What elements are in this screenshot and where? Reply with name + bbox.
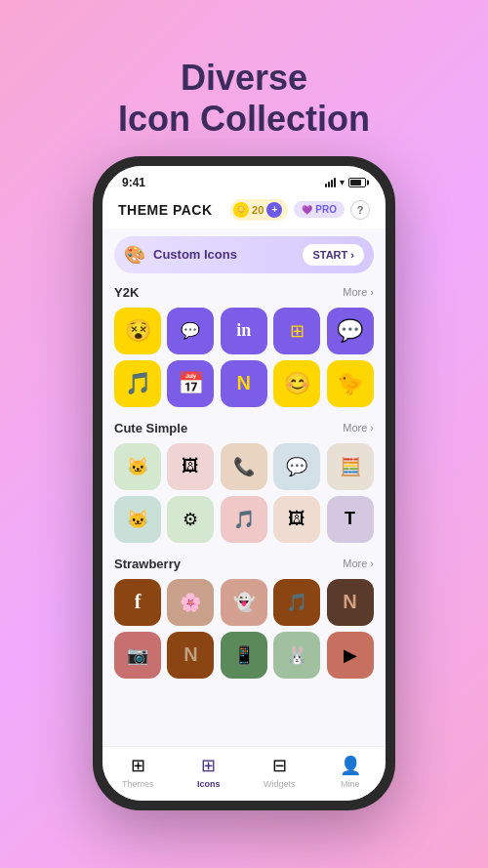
mine-icon: 👤 (340, 755, 361, 776)
phone-frame: 9:41 ▾ THEME PACK 🪙 20 + (93, 156, 395, 810)
list-item[interactable]: 😊 (273, 360, 320, 407)
strawberry-header: Strawberry More › (114, 557, 374, 571)
cute-simple-more-link[interactable]: More › (343, 422, 374, 434)
list-item[interactable]: T (327, 496, 374, 543)
list-item[interactable]: 🌸 (167, 579, 214, 626)
list-item[interactable]: N (221, 360, 267, 407)
list-item[interactable]: N (167, 632, 214, 679)
list-item[interactable]: 🎵 (273, 579, 320, 626)
heart-icon: 💜 (302, 205, 312, 215)
banner-text: Custom Icons (153, 247, 237, 262)
main-content: Y2K More › 😵 💬 in ⊞ 💬 🎵 📅 N 😊 🐤 (102, 281, 386, 746)
y2k-header: Y2K More › (114, 285, 374, 300)
list-item[interactable]: 👻 (221, 579, 267, 626)
status-icons: ▾ (325, 177, 366, 187)
list-item[interactable]: 🎵 (221, 496, 267, 543)
list-item[interactable]: 📷 (114, 632, 161, 679)
themes-label: Themes (122, 779, 154, 789)
list-item[interactable]: 📱 (221, 632, 267, 679)
phone-screen: 9:41 ▾ THEME PACK 🪙 20 + (102, 166, 386, 801)
coin-amount: 20 (252, 204, 264, 216)
wifi-icon: ▾ (340, 177, 345, 187)
list-item[interactable]: 😵 (114, 308, 161, 354)
list-item[interactable]: 📅 (167, 360, 214, 407)
list-item[interactable]: 💬 (273, 443, 320, 490)
pro-badge[interactable]: 💜 PRO (294, 201, 345, 218)
banner-left: 🎨 Custom Icons (124, 244, 237, 266)
start-button[interactable]: START › (303, 244, 364, 266)
list-item[interactable]: ⚙ (167, 496, 214, 543)
widgets-label: Widgets (264, 779, 296, 789)
list-item[interactable]: 💬 (327, 308, 374, 354)
strawberry-icon-grid: f 🌸 👻 🎵 N 📷 N 📱 🐰 ▶ (114, 579, 374, 679)
list-item[interactable]: 🧮 (327, 443, 374, 490)
start-label: START › (312, 249, 354, 261)
nav-themes[interactable]: ⊞ Themes (102, 755, 174, 789)
custom-icons-banner[interactable]: 🎨 Custom Icons START › (114, 236, 374, 273)
banner-emoji: 🎨 (124, 244, 145, 266)
cute-simple-title: Cute Simple (114, 421, 187, 435)
list-item[interactable]: f (114, 579, 161, 626)
y2k-more-link[interactable]: More › (343, 286, 374, 298)
y2k-icon-grid: 😵 💬 in ⊞ 💬 🎵 📅 N 😊 🐤 (114, 308, 374, 407)
title-line1: Diverse (181, 58, 307, 98)
bottom-nav: ⊞ Themes ⊞ Icons ⊟ Widgets 👤 Mine (102, 746, 386, 801)
status-time: 9:41 (122, 176, 145, 189)
nav-icons[interactable]: ⊞ Icons (174, 755, 245, 789)
top-bar: THEME PACK 🪙 20 + 💜 PRO ? (102, 193, 386, 228)
list-item[interactable]: 📞 (221, 443, 267, 490)
list-item[interactable]: ⊞ (273, 308, 320, 354)
list-item[interactable]: 🐰 (273, 632, 320, 679)
list-item[interactable]: 🖼 (167, 443, 214, 490)
list-item[interactable]: 💬 (167, 308, 214, 354)
page-title: Diverse Icon Collection (118, 58, 370, 139)
top-bar-right: 🪙 20 + 💜 PRO ? (230, 199, 370, 221)
coins-badge[interactable]: 🪙 20 + (230, 199, 288, 221)
list-item[interactable]: 🐤 (327, 360, 374, 407)
list-item[interactable]: 🐱 (114, 443, 161, 490)
coin-icon: 🪙 (233, 202, 249, 218)
cute-simple-section: Cute Simple More › 🐱 🖼 📞 💬 🧮 🐱 ⚙ 🎵 🖼 T (114, 421, 374, 543)
themes-icon: ⊞ (131, 755, 145, 776)
cute-simple-icon-grid: 🐱 🖼 📞 💬 🧮 🐱 ⚙ 🎵 🖼 T (114, 443, 374, 543)
nav-widgets[interactable]: ⊟ Widgets (244, 755, 315, 789)
y2k-title: Y2K (114, 285, 139, 300)
cute-simple-header: Cute Simple More › (114, 421, 374, 435)
strawberry-more-link[interactable]: More › (343, 558, 374, 569)
signal-icon (325, 178, 336, 187)
icons-icon: ⊞ (201, 755, 216, 776)
title-line2: Icon Collection (118, 99, 370, 139)
widgets-icon: ⊟ (272, 755, 287, 776)
help-button[interactable]: ? (350, 200, 370, 220)
icons-label: Icons (197, 779, 221, 789)
app-name: THEME PACK (118, 202, 213, 218)
list-item[interactable]: ▶ (327, 632, 374, 679)
list-item[interactable]: 🐱 (114, 496, 161, 543)
list-item[interactable]: N (327, 579, 374, 626)
strawberry-section: Strawberry More › f 🌸 👻 🎵 N 📷 N 📱 🐰 ▶ (114, 557, 374, 679)
list-item[interactable]: 🖼 (273, 496, 320, 543)
nav-mine[interactable]: 👤 Mine (315, 755, 386, 789)
y2k-section: Y2K More › 😵 💬 in ⊞ 💬 🎵 📅 N 😊 🐤 (114, 285, 374, 407)
strawberry-title: Strawberry (114, 557, 181, 571)
mine-label: Mine (341, 779, 360, 789)
list-item[interactable]: 🎵 (114, 360, 161, 407)
battery-icon (348, 178, 366, 187)
list-item[interactable]: in (221, 308, 267, 354)
pro-label: PRO (315, 204, 337, 215)
add-coins-button[interactable]: + (266, 202, 282, 218)
status-bar: 9:41 ▾ (102, 166, 386, 193)
